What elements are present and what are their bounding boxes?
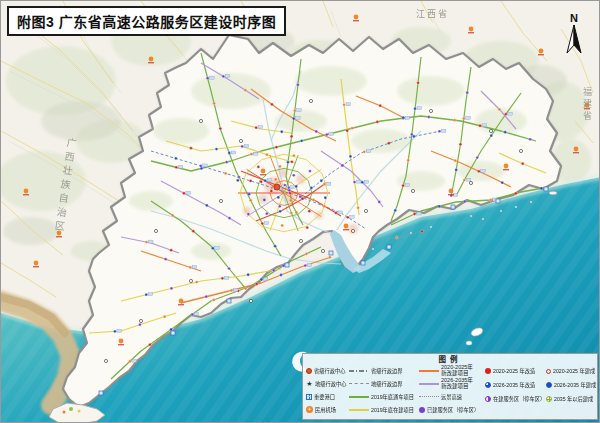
underway-2019-line-icon bbox=[349, 409, 369, 411]
complete-2026-2035-icon bbox=[546, 382, 552, 388]
legend-item-open-2019: 2019年底通车项目 bbox=[349, 390, 416, 403]
provincial-center-icon bbox=[306, 368, 312, 374]
new-2026-2035-line-icon bbox=[419, 383, 439, 385]
legend-item-renovate-2020-2025: 2020-2025 年改造 bbox=[485, 364, 543, 378]
map-title: 附图3 广东省高速公路服务区建设时序图 bbox=[7, 6, 286, 36]
open-2019-line-icon bbox=[349, 396, 369, 398]
airport-icon: ✈ bbox=[306, 406, 313, 413]
legend-item-complete-2020-2025: 2020-2025 年建成 bbox=[546, 364, 598, 378]
legend-col-renovations: 2020-2025 年改造 2026-2035 年改造 在建服务区（停车区） bbox=[485, 364, 543, 416]
legend-item-renovate-2026-2035: 2026-2035 年改造 bbox=[485, 378, 543, 392]
legend-col-completions: 2020-2025 年建成 2026-2035 年建成 2035 年以后建成 bbox=[546, 364, 598, 416]
label-fujian: 福建省 bbox=[581, 87, 594, 123]
legend-col-projects: 2020-2025年 新改建项目 2026-2035年 新改建项目 远景高速 bbox=[419, 364, 482, 416]
compass-north: N bbox=[561, 13, 587, 61]
provincial-boundary-line-icon bbox=[349, 370, 369, 372]
built-service-area-icon bbox=[419, 407, 425, 413]
legend-item-complete-2026-2035: 2026-2035 年建成 bbox=[546, 378, 598, 392]
legend-title: 图例 bbox=[306, 355, 594, 364]
legend-item-new-2020-2025: 2020-2025年 新改建项目 bbox=[419, 364, 482, 377]
legend-col-lines: 省级行政边界 地级行政边界 2019年底通车项目 2019年底在建项目 bbox=[349, 364, 416, 416]
prefecture-boundary-line-icon bbox=[349, 383, 369, 384]
north-label: N bbox=[561, 13, 587, 23]
legend-item-new-2026-2035: 2026-2035年 新改建项目 bbox=[419, 377, 482, 390]
new-2020-2025-line-icon bbox=[419, 370, 439, 372]
port-icon bbox=[306, 394, 312, 400]
service-area-underway-icon bbox=[485, 396, 491, 402]
legend-item-airport: ✈ 民用机场 bbox=[306, 403, 346, 416]
legend-item-future-expressway: 远景高速 bbox=[419, 390, 482, 403]
legend-item-provincial-center: 省级行政中心 bbox=[306, 364, 346, 377]
legend-item-service-area-underway: 在建服务区（停车区） bbox=[485, 392, 543, 406]
legend-item-prefecture-boundary: 地级行政边界 bbox=[349, 377, 416, 390]
legend-item-complete-after-2035: 2035 年以后建成 bbox=[546, 392, 598, 406]
legend-item-provincial-boundary: 省级行政边界 bbox=[349, 364, 416, 377]
legend: 图例 省级行政中心 ★ 地级行政中心 重要港口 ✈ 民用机场 bbox=[302, 353, 598, 420]
legend-item-port: 重要港口 bbox=[306, 390, 346, 403]
future-expressway-line-icon bbox=[419, 396, 439, 397]
label-jiangxi: 江西省 bbox=[416, 7, 449, 20]
complete-2020-2025-icon bbox=[546, 369, 551, 374]
renovate-2020-2025-icon bbox=[485, 368, 491, 374]
prefecture-center-icon: ★ bbox=[306, 380, 313, 387]
legend-col-points: 省级行政中心 ★ 地级行政中心 重要港口 ✈ 民用机场 bbox=[306, 364, 346, 416]
legend-item-underway-2019: 2019年底在建项目 bbox=[349, 403, 416, 416]
legend-item-prefecture-center: ★ 地级行政中心 bbox=[306, 377, 346, 390]
legend-item-built-service-area: 已建服务区（停车区） bbox=[419, 403, 482, 416]
north-arrow-icon bbox=[561, 23, 587, 57]
map-canvas: 附图3 广东省高速公路服务区建设时序图 N 广西壮族自治区 湖南省 江西省 福建… bbox=[0, 0, 600, 423]
complete-after-2035-icon bbox=[546, 396, 552, 402]
renovate-2026-2035-icon bbox=[485, 382, 491, 388]
